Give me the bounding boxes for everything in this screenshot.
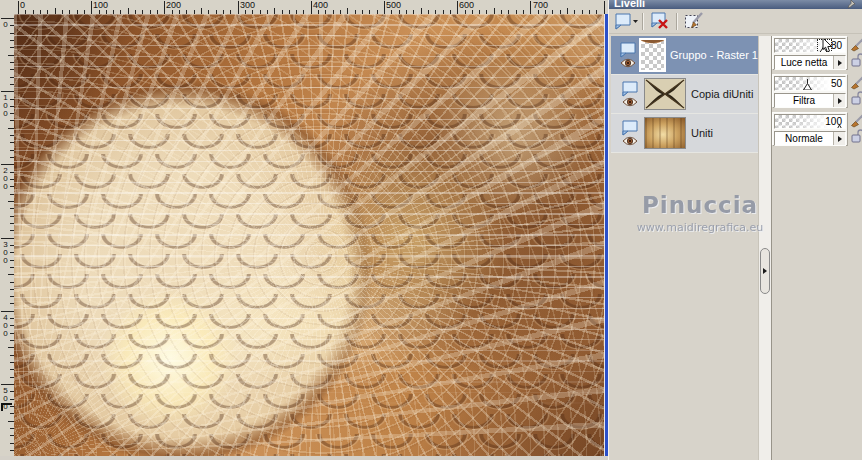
ruler-label: 0 — [20, 0, 25, 10]
dropdown-arrow-button[interactable] — [833, 94, 845, 107]
palette-title: Livelli — [614, 0, 645, 9]
ruler-label: 500 — [386, 0, 401, 10]
horizontal-ruler: 0 100 200 300 400 500 600 700 — [14, 0, 607, 15]
ruler-label: 200 — [1, 166, 10, 190]
toolbar-separator — [642, 13, 644, 30]
layer-page-icon — [620, 120, 639, 136]
blend-mode-value: Luce netta — [775, 56, 833, 69]
ruler-label: 400 — [313, 0, 328, 10]
unlock-icon[interactable] — [851, 91, 862, 105]
opacity-value: 80 — [831, 39, 842, 52]
opacity-value: 50 — [831, 77, 842, 90]
layer-extra-icons — [849, 112, 862, 150]
delete-layer-icon — [650, 12, 670, 30]
ruler-label: 100 — [1, 93, 10, 117]
layer-page-icon — [620, 81, 639, 97]
opacity-slider-handle[interactable] — [802, 77, 813, 91]
blend-mode-value: Normale — [775, 132, 833, 145]
dropdown-arrow-icon — [838, 60, 842, 66]
edit-selection-button[interactable] — [681, 11, 707, 32]
dropdown-arrow-icon — [838, 136, 842, 142]
layer-page-icon — [618, 42, 637, 58]
artwork-scanlines — [14, 14, 604, 456]
visibility-eye-icon[interactable] — [620, 58, 636, 68]
collapse-arrow-icon — [763, 268, 767, 274]
palette-body: Gruppo - Raster 1 — [609, 34, 862, 460]
layers-palette: Livelli — [608, 0, 862, 460]
blend-mode-dropdown[interactable]: Normale — [774, 131, 846, 146]
layer-name: Copia diUniti — [691, 88, 753, 100]
layer-link-lock-column — [849, 36, 862, 150]
layer-list: Gruppo - Raster 1 — [611, 36, 758, 153]
ruler-label: 400 — [1, 313, 10, 337]
layer-extra-icons — [849, 74, 862, 112]
layer-row-copia-diuniti[interactable]: Copia diUniti — [611, 75, 758, 114]
pin-icon[interactable] — [847, 0, 856, 9]
dropdown-arrow-button[interactable] — [833, 132, 845, 145]
layer-name: Uniti — [691, 127, 713, 139]
edit-selection-icon — [684, 12, 704, 30]
unlock-icon[interactable] — [851, 129, 862, 143]
layer-icon-column — [618, 42, 637, 68]
palette-toolbar — [609, 9, 862, 34]
delete-layer-button[interactable] — [647, 11, 673, 32]
layer-extra-icons — [849, 36, 862, 74]
visibility-eye-icon[interactable] — [622, 97, 638, 107]
brush-icon[interactable] — [849, 114, 862, 128]
new-layer-button[interactable] — [613, 11, 639, 32]
brush-icon[interactable] — [849, 76, 862, 90]
layer-row-uniti[interactable]: Uniti — [611, 114, 758, 153]
dropdown-arrow-icon — [838, 98, 842, 104]
vertical-ruler: 0 100 200 300 400 500 — [0, 14, 15, 456]
layer-thumbnail[interactable] — [644, 78, 686, 110]
blend-mode-dropdown[interactable]: Luce netta — [774, 55, 846, 70]
ruler-label: 0 — [1, 20, 10, 28]
mouse-cursor-icon — [822, 38, 832, 53]
layer-thumbnail[interactable] — [644, 117, 686, 149]
layer-controls-copia-diuniti: 50 Filtra — [772, 74, 848, 108]
blend-mode-dropdown[interactable]: Filtra — [774, 93, 846, 108]
splitter-collapse-handle[interactable] — [760, 248, 770, 294]
new-layer-icon — [614, 13, 638, 30]
layer-controls-column: 80 Luce netta 50 — [772, 36, 848, 150]
brush-icon[interactable] — [849, 38, 862, 52]
layer-row-gruppo-raster-1[interactable]: Gruppo - Raster 1 — [611, 36, 758, 75]
unlock-icon[interactable] — [851, 53, 862, 67]
ruler-label: 300 — [240, 0, 255, 10]
ruler-label: 600 — [459, 0, 474, 10]
layer-icon-column — [618, 81, 641, 107]
layer-controls-uniti: 100 Normale — [772, 112, 848, 146]
palette-titlebar[interactable]: Livelli — [609, 0, 862, 9]
layer-thumbnail[interactable] — [639, 38, 666, 72]
layer-icon-column — [618, 120, 641, 146]
layer-controls-gruppo-raster-1: 80 Luce netta — [772, 36, 848, 70]
opacity-slider[interactable]: 80 — [774, 38, 846, 53]
pane-splitter[interactable] — [758, 36, 772, 460]
toolbar-separator — [676, 13, 678, 30]
ruler-label: 200 — [166, 0, 181, 10]
opacity-slider[interactable]: 50 — [774, 76, 846, 91]
opacity-slider-handle[interactable] — [834, 119, 845, 129]
image-canvas[interactable] — [14, 14, 604, 456]
ruler-label: 700 — [533, 0, 548, 10]
visibility-eye-icon[interactable] — [622, 136, 638, 146]
layer-name: Gruppo - Raster 1 — [670, 49, 758, 61]
ruler-label: 100 — [93, 0, 108, 10]
cursor-position-marker — [1, 403, 12, 411]
ruler-label: 300 — [1, 240, 10, 264]
blend-mode-value: Filtra — [775, 94, 833, 107]
ruler-corner — [0, 0, 15, 15]
dropdown-arrow-button[interactable] — [833, 56, 845, 69]
opacity-slider[interactable]: 100 — [774, 114, 846, 129]
